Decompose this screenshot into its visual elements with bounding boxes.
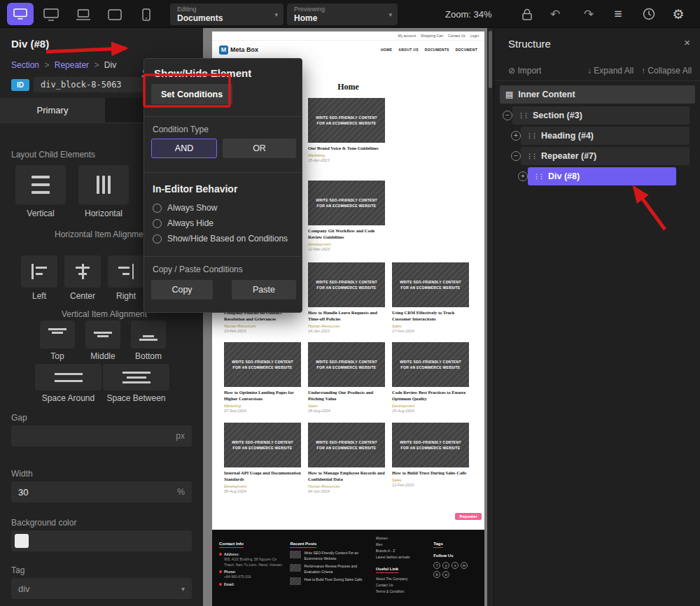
social-icon[interactable]: b	[433, 571, 440, 578]
or-button[interactable]: OR	[223, 139, 296, 158]
collapse-toggle-icon[interactable]: −	[511, 151, 521, 161]
set-conditions-button[interactable]: Set Conditions	[151, 84, 232, 104]
expand-toggle-icon[interactable]: +	[511, 131, 521, 141]
breadcrumb-section[interactable]: Section	[11, 60, 39, 70]
tree-item-inner-content[interactable]: ▤ Inner Content	[500, 85, 695, 104]
post-category[interactable]: Development	[224, 484, 301, 488]
lock-icon[interactable]	[518, 6, 536, 22]
desktop-icon[interactable]	[41, 7, 62, 22]
tree-item-section[interactable]: ⋮⋮ Section (#3)	[512, 106, 690, 125]
post-category[interactable]: Development	[308, 242, 385, 246]
post-card[interactable]: Write SEO-Friendly Content For An Ecomme…	[308, 342, 385, 413]
post-title[interactable]: How to Manage Employee Records and Confi…	[308, 470, 385, 483]
tree-item-heading[interactable]: ⋮⋮ Heading (#4)	[521, 127, 690, 145]
paste-conditions-button[interactable]: Paste	[232, 280, 296, 300]
color-swatch[interactable]	[15, 534, 29, 548]
tag-select[interactable]: div ▾	[11, 578, 192, 599]
post-title[interactable]: How to Build Trust During Sales Calls	[392, 470, 469, 477]
align-middle-button[interactable]	[85, 320, 120, 348]
post-category[interactable]: Development	[392, 404, 469, 408]
scrollbar-thumb[interactable]	[489, 31, 492, 88]
post-title[interactable]: How to Optimize Landing Pages for Higher…	[224, 390, 301, 402]
laptop-icon[interactable]	[73, 7, 94, 22]
mobile-icon[interactable]	[136, 7, 157, 22]
structure-toggle-icon[interactable]: ≡	[609, 6, 627, 22]
site-link[interactable]: Shopping Cart	[421, 34, 443, 38]
collapse-toggle-icon[interactable]: −	[503, 111, 512, 120]
social-icon[interactable]: f	[433, 562, 440, 569]
footer-link[interactable]: Contact Us	[376, 582, 426, 589]
nav-document[interactable]: DOCUMENT	[456, 48, 477, 52]
drag-handle-icon[interactable]: ⋮⋮	[533, 173, 543, 180]
site-link[interactable]: My account	[398, 34, 416, 38]
social-icon[interactable]: o	[442, 571, 449, 578]
post-category[interactable]: Sales	[308, 404, 385, 408]
post-card[interactable]: Write SEO-Friendly Content For An Ecomme…	[392, 262, 469, 333]
post-card[interactable]: Write SEO-Friendly Content For An Ecomme…	[308, 98, 385, 162]
breadcrumb-repeater[interactable]: Repeater	[55, 60, 89, 70]
footer-post-link[interactable]: Performance Review Process and Evaluatio…	[290, 564, 368, 575]
post-card[interactable]: Write SEO-Friendly Content For An Ecomme…	[224, 342, 301, 413]
tree-item-repeater[interactable]: ⋮⋮ Repeater (#7)	[521, 147, 690, 165]
post-card[interactable]: Write SEO-Friendly Content For An Ecomme…	[308, 181, 385, 251]
radio-icon[interactable]	[153, 204, 162, 213]
width-input[interactable]: 30 %	[11, 481, 192, 502]
drag-handle-icon[interactable]: ⋮⋮	[518, 112, 528, 119]
post-card[interactable]: Write SEO-Friendly Content For An Ecomme…	[224, 423, 301, 493]
drag-handle-icon[interactable]: ⋮⋮	[526, 132, 536, 139]
post-category[interactable]: Sales	[392, 478, 469, 482]
canvas-scrollbar[interactable]	[487, 28, 493, 606]
post-category[interactable]: Marketing	[224, 404, 301, 408]
post-category[interactable]: Human Resources	[308, 484, 385, 488]
radio-show-hide-conditions[interactable]: Show/Hide Based on Conditions	[153, 234, 288, 244]
site-link[interactable]: Contact Us	[448, 34, 465, 38]
nav-home[interactable]: HOME	[381, 48, 392, 52]
site-logo-icon[interactable]: M	[219, 45, 228, 55]
footer-link[interactable]: About The Company	[376, 576, 426, 582]
site-link[interactable]: Login	[470, 34, 479, 38]
expand-all-button[interactable]: ↓ Expand All	[587, 66, 634, 76]
footer-link[interactable]: Latest fashion arrivals	[376, 554, 426, 561]
site-logo-text[interactable]: Meta Box	[230, 46, 258, 53]
post-category[interactable]: Human Resources	[224, 324, 301, 328]
previewing-dropdown[interactable]: Previewing Home ▾	[287, 3, 398, 25]
align-top-button[interactable]	[40, 320, 75, 348]
footer-post-link[interactable]: Write SEO-Friendly Content For an Ecomme…	[290, 551, 368, 561]
import-button[interactable]: ⊘ Import	[508, 66, 541, 76]
post-title[interactable]: Internal API Usage and Documentation Sta…	[224, 470, 301, 483]
footer-link[interactable]: Brands A - Z	[376, 548, 426, 554]
close-icon[interactable]: ×	[684, 36, 690, 48]
align-bottom-button[interactable]	[131, 320, 166, 348]
gear-icon[interactable]: ⚙	[669, 6, 687, 22]
builder-logo[interactable]	[7, 3, 34, 25]
layout-vertical-button[interactable]	[15, 165, 66, 204]
background-color-input[interactable]	[11, 530, 192, 551]
post-card[interactable]: Write SEO-Friendly Content For An Ecomme…	[392, 423, 469, 487]
gap-input[interactable]: px	[11, 425, 192, 446]
layout-horizontal-button[interactable]	[78, 165, 129, 204]
expand-toggle-icon[interactable]: +	[518, 171, 528, 181]
footer-link[interactable]: Terms & Condition	[376, 589, 426, 595]
tablet-icon[interactable]	[104, 7, 125, 22]
undo-icon[interactable]: ↶	[546, 6, 564, 22]
post-title[interactable]: Using CRM Effectively to Track Customer …	[392, 310, 469, 323]
align-right-button[interactable]	[108, 255, 144, 288]
footer-post-link[interactable]: How to Build Trust During Sales Calls	[290, 577, 368, 585]
copy-conditions-button[interactable]: Copy	[151, 280, 213, 300]
align-center-button[interactable]	[64, 255, 101, 288]
tree-item-div-selected[interactable]: ⋮⋮ Div (#8)	[528, 167, 676, 185]
nav-about[interactable]: ABOUT US	[398, 48, 419, 52]
redo-icon[interactable]: ↷	[580, 6, 598, 22]
post-title[interactable]: How to Handle Leave Requests and Time-of…	[308, 310, 385, 323]
footer-link[interactable]: Women	[376, 535, 426, 542]
collapse-all-button[interactable]: ↑ Collapse All	[641, 66, 692, 76]
drag-handle-icon[interactable]: ⋮⋮	[526, 153, 536, 160]
align-left-button[interactable]	[21, 255, 57, 288]
repeater-badge[interactable]: Repeater	[455, 513, 482, 520]
radio-icon[interactable]	[153, 234, 162, 244]
post-card[interactable]: Write SEO-Friendly Content For An Ecomme…	[308, 262, 385, 333]
post-card[interactable]: Write SEO-Friendly Content For An Ecomme…	[308, 423, 385, 493]
editing-dropdown[interactable]: Editing Documents ▾	[170, 3, 284, 25]
post-category[interactable]: Sales	[392, 324, 469, 328]
post-category[interactable]: Human Resources	[308, 324, 385, 328]
